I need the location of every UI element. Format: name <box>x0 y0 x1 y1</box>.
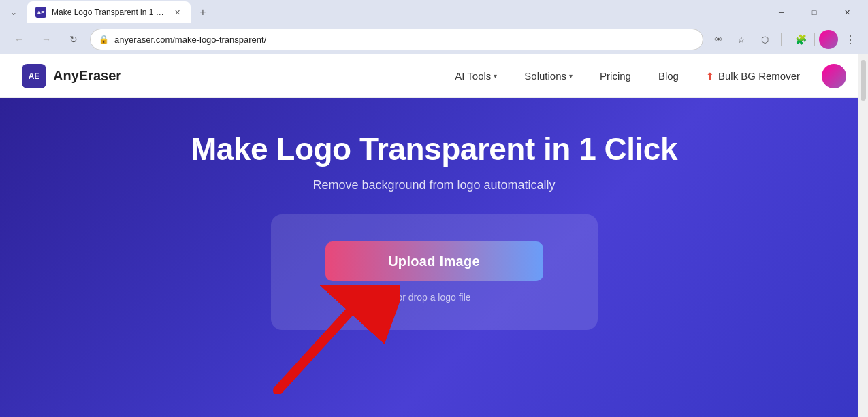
refresh-button[interactable]: ↻ <box>63 29 84 50</box>
address-bar-actions: 👁 ☆ ⬡ <box>709 30 774 49</box>
upload-image-button[interactable]: Upload Image <box>325 241 543 281</box>
bulk-bg-icon: ⬆ <box>706 71 714 82</box>
site-nav: AE AnyEraser AI Tools ▾ Solutions ▾ Pric… <box>0 54 868 98</box>
drop-text: or drop a logo file <box>397 292 470 303</box>
address-bar-row: ← → ↻ 🔒 anyeraser.com/make-logo-transpar… <box>0 24 868 54</box>
window-close-button[interactable]: ✕ <box>831 0 863 24</box>
logo-area: AE AnyEraser <box>22 64 121 88</box>
forward-button[interactable]: → <box>35 29 57 50</box>
upload-area: Upload Image or drop a logo file <box>271 214 598 330</box>
hero-subtitle: Remove background from logo automaticall… <box>312 178 555 193</box>
title-bar: ⌄ AE Make Logo Transparent in 1 C... ✕ +… <box>0 0 868 24</box>
nav-pricing-label: Pricing <box>600 70 631 82</box>
minimize-button[interactable]: ─ <box>766 0 797 24</box>
tab-list-button[interactable]: ⌄ <box>5 4 22 20</box>
back-button[interactable]: ← <box>8 29 30 50</box>
maximize-button[interactable]: □ <box>799 0 830 24</box>
logo-text: AnyEraser <box>53 68 121 84</box>
camera-icon-btn[interactable]: 👁 <box>709 30 728 49</box>
tab-title: Make Logo Transparent in 1 C... <box>52 7 166 17</box>
chevron-down-icon-2: ▾ <box>569 72 573 80</box>
browser-frame: ⌄ AE Make Logo Transparent in 1 C... ✕ +… <box>0 0 868 417</box>
page-content: AE AnyEraser AI Tools ▾ Solutions ▾ Pric… <box>0 54 868 417</box>
hero-section: Make Logo Transparent in 1 Click Remove … <box>0 98 868 417</box>
divider <box>781 33 782 46</box>
scroll-thumb[interactable] <box>861 60 866 101</box>
nav-pricing[interactable]: Pricing <box>589 65 642 87</box>
tab-favicon: AE <box>35 7 46 18</box>
nav-ai-tools-label: AI Tools <box>455 70 491 82</box>
bookmark-button[interactable]: ☆ <box>732 30 751 49</box>
browser-tab[interactable]: AE Make Logo Transparent in 1 C... ✕ <box>27 1 191 23</box>
nav-blog[interactable]: Blog <box>647 65 690 87</box>
window-controls-right: ─ □ ✕ <box>766 0 863 24</box>
address-text: anyeraser.com/make-logo-transparent/ <box>114 35 694 45</box>
chevron-down-icon: ▾ <box>494 72 497 80</box>
nav-solutions[interactable]: Solutions ▾ <box>513 65 583 87</box>
window-controls-left: ⌄ <box>5 4 22 20</box>
address-bar[interactable]: 🔒 anyeraser.com/make-logo-transparent/ <box>90 29 703 50</box>
nav-bulk-bg-remover[interactable]: ⬆ Bulk BG Remover <box>695 65 811 87</box>
tab-close-button[interactable]: ✕ <box>172 7 182 18</box>
browser-extensions: 🧩 ⋮ <box>791 30 860 49</box>
nav-profile-button[interactable] <box>822 64 846 88</box>
lock-icon: 🔒 <box>99 35 109 44</box>
nav-solutions-label: Solutions <box>524 70 566 82</box>
extension-icon-1[interactable]: 🧩 <box>791 30 810 49</box>
divider2 <box>814 33 815 46</box>
hero-title: Make Logo Transparent in 1 Click <box>191 131 677 167</box>
browser-menu-button[interactable]: ⋮ <box>841 30 860 49</box>
nav-links: AI Tools ▾ Solutions ▾ Pricing Blog ⬆ Bu… <box>444 65 811 87</box>
profile-button[interactable] <box>819 30 838 49</box>
new-tab-button[interactable]: + <box>193 3 212 22</box>
logo-icon: AE <box>22 64 46 88</box>
nav-blog-label: Blog <box>658 70 679 82</box>
scrollbar[interactable] <box>858 54 868 417</box>
nav-ai-tools[interactable]: AI Tools ▾ <box>444 65 508 87</box>
nav-bulk-bg-label: Bulk BG Remover <box>718 70 800 82</box>
extensions-button[interactable]: ⬡ <box>755 30 774 49</box>
